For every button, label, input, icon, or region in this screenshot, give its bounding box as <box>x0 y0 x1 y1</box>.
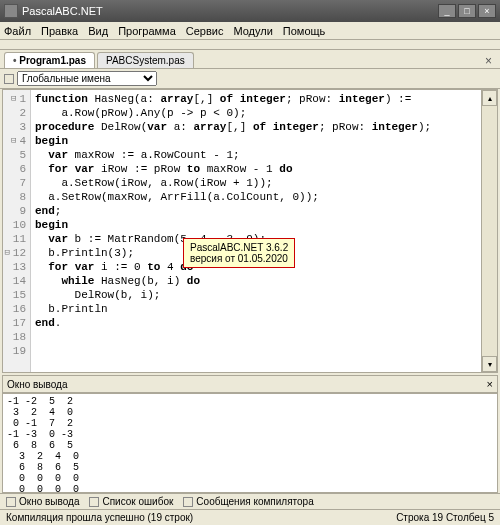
tab-label: Program1.pas <box>19 55 86 66</box>
minimize-button[interactable]: _ <box>438 4 456 18</box>
menu-file[interactable]: Файл <box>4 25 31 37</box>
titlebar: PascalABC.NET _ □ × <box>0 0 500 22</box>
scope-combo[interactable]: Глобальные имена <box>17 71 157 86</box>
menu-program[interactable]: Программа <box>118 25 176 37</box>
menu-view[interactable]: Вид <box>88 25 108 37</box>
tooltip-line1: PascalABC.NET 3.6.2 <box>190 242 288 253</box>
bottom-tab-output[interactable]: Окно вывода <box>6 496 79 507</box>
editor-scrollbar-v[interactable]: ▴ ▾ <box>481 90 497 372</box>
menu-modules[interactable]: Модули <box>233 25 272 37</box>
output-panel[interactable]: -1 -2 5 2 3 2 4 0 0 -1 7 2 -1 -3 0 -3 6 … <box>2 393 498 493</box>
tab-program1[interactable]: Program1.pas <box>4 52 95 68</box>
tab-close-icon[interactable]: × <box>481 54 496 68</box>
window-title: PascalABC.NET <box>22 5 103 17</box>
bottom-tab-label: Сообщения компилятора <box>196 496 313 507</box>
bottom-tab-errors[interactable]: Список ошибок <box>89 496 173 507</box>
status-right: Строка 19 Столбец 5 <box>396 512 494 523</box>
file-tabs: Program1.pas PABCSystem.pas × <box>0 50 500 69</box>
statusbar: Компиляция прошла успешно (19 строк) Стр… <box>0 509 500 525</box>
toolbar <box>0 40 500 50</box>
gutter: ⊟1 2 3⊟4 5 6 7 8 9 10 11⊟12 13 14 15 16 … <box>3 90 31 372</box>
menubar: Файл Правка Вид Программа Сервис Модули … <box>0 22 500 40</box>
bottom-tab-label: Список ошибок <box>102 496 173 507</box>
bottom-tabs: Окно вывода Список ошибок Сообщения комп… <box>0 493 500 509</box>
menu-service[interactable]: Сервис <box>186 25 224 37</box>
maximize-button[interactable]: □ <box>458 4 476 18</box>
compiler-tab-icon <box>183 497 193 507</box>
output-close-icon[interactable]: × <box>487 378 493 390</box>
scope-combo-bar: Глобальные имена <box>0 69 500 89</box>
output-panel-titlebar: Окно вывода × <box>2 375 498 393</box>
scroll-up-icon[interactable]: ▴ <box>482 90 497 106</box>
errors-tab-icon <box>89 497 99 507</box>
window-controls: _ □ × <box>438 4 496 18</box>
scroll-down-icon[interactable]: ▾ <box>482 356 497 372</box>
version-tooltip: PascalABC.NET 3.6.2 версия от 01.05.2020 <box>183 238 295 268</box>
code-editor: ⊟1 2 3⊟4 5 6 7 8 9 10 11⊟12 13 14 15 16 … <box>2 89 498 373</box>
bottom-tab-compiler[interactable]: Сообщения компилятора <box>183 496 313 507</box>
tooltip-line2: версия от 01.05.2020 <box>190 253 288 264</box>
close-button[interactable]: × <box>478 4 496 18</box>
menu-edit[interactable]: Правка <box>41 25 78 37</box>
output-tab-icon <box>6 497 16 507</box>
code-area[interactable]: function HasNeg(a: array[,] of integer; … <box>31 90 481 372</box>
scroll-track[interactable] <box>482 106 497 356</box>
app-icon <box>4 4 18 18</box>
tab-label: PABCSystem.pas <box>106 55 185 66</box>
bottom-tab-label: Окно вывода <box>19 496 79 507</box>
tab-pabcsystem[interactable]: PABCSystem.pas <box>97 52 194 68</box>
status-left: Компиляция прошла успешно (19 строк) <box>6 512 193 523</box>
menu-help[interactable]: Помощь <box>283 25 326 37</box>
output-panel-title: Окно вывода <box>7 379 67 390</box>
lightning-icon <box>4 74 14 84</box>
